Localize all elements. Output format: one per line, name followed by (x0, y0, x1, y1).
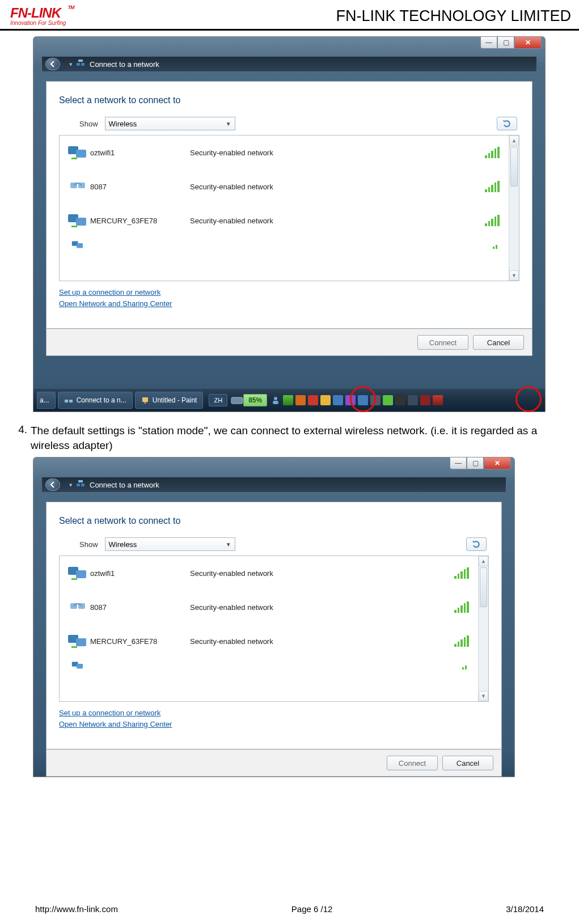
tray-shield-icon[interactable] (283, 395, 293, 405)
logo-tagline: Innovation For Surfing (10, 20, 66, 26)
scrollbar[interactable]: ▲ ▼ (478, 556, 488, 701)
caret-down-icon: ▼ (226, 541, 231, 548)
scrollbar[interactable]: ▲ ▼ (509, 135, 519, 281)
dialog-footer: Connect Cancel (46, 749, 502, 777)
step-text: The default settings is "station mode", … (31, 423, 567, 452)
tray-generic-icon[interactable] (383, 395, 393, 405)
network-security: Security-enabled network (190, 149, 485, 157)
tray-warning-icon[interactable] (295, 395, 306, 405)
scroll-up-button[interactable]: ▲ (479, 556, 488, 566)
network-row[interactable]: oztwifi1 Security-enabled network (60, 135, 509, 169)
links-section: Set up a connection or network Open Netw… (59, 707, 489, 730)
scroll-thumb[interactable] (510, 147, 518, 187)
taskbar: a... Connect to a n... Untitled - Paint … (33, 389, 545, 412)
scroll-down-button[interactable]: ▼ (479, 691, 488, 701)
tray-generic-icon[interactable] (370, 395, 381, 405)
network-icon (76, 59, 90, 70)
network-security: Security-enabled network (190, 217, 485, 225)
back-arrow-icon (49, 61, 56, 67)
connect-button[interactable]: Connect (417, 335, 468, 350)
refresh-icon (502, 120, 512, 128)
logo-main: FN-LINK (10, 5, 61, 20)
network-type-icon (65, 599, 90, 616)
network-row[interactable]: MERCURY_63FE78 Security-enabled network (60, 624, 478, 658)
network-security: Security-enabled network (190, 183, 485, 191)
tray-alert-icon[interactable] (308, 395, 318, 405)
scroll-thumb[interactable] (480, 567, 487, 607)
svg-rect-29 (76, 638, 86, 646)
minimize-button[interactable]: — (450, 457, 467, 469)
cancel-button[interactable]: Cancel (442, 756, 493, 770)
chevron-icon: ▾ (69, 61, 73, 68)
close-button[interactable]: ✕ (484, 457, 511, 469)
back-button[interactable] (45, 58, 60, 70)
network-type-icon (65, 238, 90, 250)
connect-button[interactable]: Connect (387, 756, 438, 770)
taskbar-item-label: Connect to a n... (77, 396, 126, 404)
taskbar-item-connect[interactable]: Connect to a n... (58, 392, 133, 409)
tray-volume-icon[interactable] (333, 395, 343, 405)
network-name: MERCURY_63FE78 (90, 637, 190, 646)
caret-down-icon: ▼ (226, 121, 231, 127)
tray-wifi-icon[interactable] (433, 395, 443, 405)
language-indicator[interactable]: ZH (209, 394, 227, 406)
tray-power-icon[interactable] (320, 395, 331, 405)
vista-window: — ▢ ✕ ▾ Connect to a network Select a ne… (33, 457, 515, 777)
tray-generic-icon[interactable] (420, 395, 430, 405)
network-row[interactable]: oztwifi1 Security-enabled network (60, 556, 478, 590)
footer-url: http://www.fn-link.com (35, 904, 118, 914)
tray-generic-icon[interactable] (358, 395, 368, 405)
signal-icon (454, 601, 469, 613)
taskbar-item[interactable]: a... (37, 392, 56, 409)
setup-connection-link[interactable]: Set up a connection or network (59, 707, 489, 719)
refresh-button[interactable] (497, 117, 517, 130)
setup-connection-link[interactable]: Set up a connection or network (59, 287, 519, 298)
close-button[interactable]: ✕ (514, 37, 542, 49)
show-dropdown[interactable]: Wireless ▼ (105, 537, 235, 551)
svg-rect-5 (71, 158, 77, 159)
signal-icon (485, 215, 500, 226)
logo-tm: TM (67, 5, 74, 10)
network-name: MERCURY_63FE78 (90, 217, 190, 225)
scroll-up-button[interactable]: ▲ (509, 135, 519, 146)
tray-generic-icon[interactable] (408, 395, 418, 405)
scroll-down-button[interactable]: ▼ (509, 270, 519, 281)
show-dropdown[interactable]: Wireless ▼ (105, 117, 235, 130)
signal-icon (462, 664, 469, 669)
network-row-partial[interactable] (60, 658, 478, 676)
screenshot-1: — ▢ ✕ ▾ Connect to a network Select a ne… (33, 36, 567, 412)
filter-row: Show Wireless ▼ (79, 537, 489, 551)
network-row-partial[interactable] (60, 238, 509, 256)
network-row[interactable]: 8087 Security-enabled network (60, 169, 509, 204)
taskbar-item-paint[interactable]: Untitled - Paint (135, 392, 204, 409)
network-type-icon (65, 633, 90, 650)
refresh-button[interactable] (466, 537, 487, 551)
svg-rect-25 (71, 578, 77, 580)
open-sharing-center-link[interactable]: Open Network and Sharing Center (59, 719, 489, 730)
svg-rect-9 (76, 218, 86, 226)
open-sharing-center-link[interactable]: Open Network and Sharing Center (59, 298, 519, 310)
tray-generic-icon[interactable] (395, 395, 405, 405)
scroll-track[interactable] (479, 608, 488, 691)
network-row[interactable]: MERCURY_63FE78 Security-enabled network (60, 204, 509, 238)
minimize-button[interactable]: — (480, 37, 497, 49)
taskbar-item-label: a... (40, 396, 49, 404)
page-footer: http://www.fn-link.com Page 6 /12 3/18/2… (0, 904, 579, 914)
dialog-body: Select a network to connect to Show Wire… (46, 81, 532, 329)
back-button[interactable] (45, 478, 60, 491)
signal-icon (454, 635, 469, 647)
network-type-icon (65, 658, 90, 671)
maximize-button[interactable]: ▢ (497, 37, 514, 49)
address-bar-title: Connect to a network (90, 60, 159, 69)
signal-icon (485, 147, 500, 158)
signal-icon (454, 567, 469, 579)
cancel-button[interactable]: Cancel (473, 335, 524, 350)
svg-point-18 (274, 397, 277, 400)
system-tray (283, 395, 443, 405)
battery-indicator[interactable]: 85% (243, 394, 267, 406)
maximize-button[interactable]: ▢ (467, 457, 484, 469)
network-row[interactable]: 8087 Security-enabled network (60, 590, 478, 624)
tray-generic-icon[interactable] (345, 395, 356, 405)
scroll-track[interactable] (509, 188, 519, 270)
svg-rect-12 (77, 243, 83, 248)
